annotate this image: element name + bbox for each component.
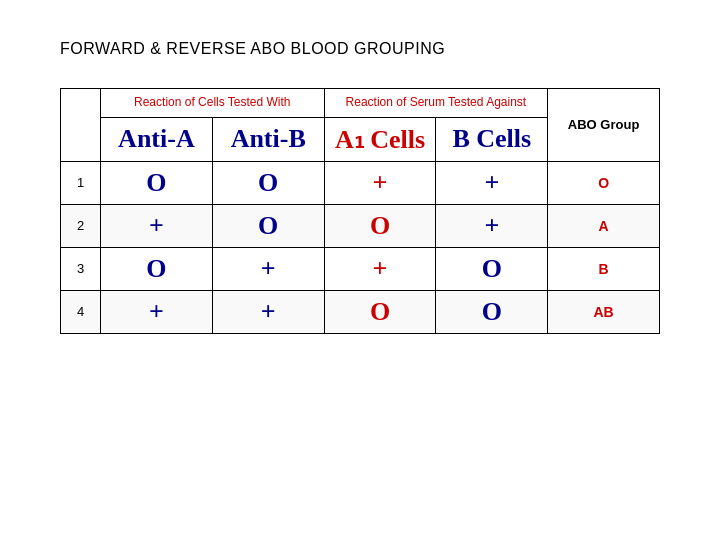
- header-row-1: Reaction of Cells Tested With Reaction o…: [61, 89, 660, 118]
- row-number: 2: [61, 204, 101, 247]
- anti-b-header: Anti-B: [212, 117, 324, 161]
- a1-cells-header: A₁ Cells: [324, 117, 436, 161]
- row-number: 3: [61, 247, 101, 290]
- anti-a-value: O: [101, 161, 213, 204]
- anti-b-value: O: [212, 161, 324, 204]
- table-row: 1OO++O: [61, 161, 660, 204]
- table-row: 4++OOAB: [61, 290, 660, 333]
- empty-corner: [61, 89, 101, 162]
- b-cells-value: O: [436, 247, 548, 290]
- abo-group-value: AB: [548, 290, 660, 333]
- a1-cells-value: +: [324, 247, 436, 290]
- abo-group-value: A: [548, 204, 660, 247]
- table-body: 1OO++O2+OO+A3O++OB4++OOAB: [61, 161, 660, 333]
- b-cells-value: +: [436, 161, 548, 204]
- anti-b-value: +: [212, 290, 324, 333]
- abo-group-value: O: [548, 161, 660, 204]
- row-number: 1: [61, 161, 101, 204]
- main-table-wrapper: Reaction of Cells Tested With Reaction o…: [60, 88, 660, 334]
- anti-a-value: O: [101, 247, 213, 290]
- row-number: 4: [61, 290, 101, 333]
- table-row: 2+OO+A: [61, 204, 660, 247]
- abo-group-header: ABO Group: [548, 89, 660, 162]
- table-row: 3O++OB: [61, 247, 660, 290]
- reaction-cells-header: Reaction of Cells Tested With: [101, 89, 325, 118]
- anti-a-header: Anti-A: [101, 117, 213, 161]
- reaction-serum-header: Reaction of Serum Tested Against: [324, 89, 548, 118]
- grouping-table: Reaction of Cells Tested With Reaction o…: [60, 88, 660, 334]
- a1-cells-value: O: [324, 290, 436, 333]
- a1-cells-value: O: [324, 204, 436, 247]
- abo-group-value: B: [548, 247, 660, 290]
- page-title: FORWARD & REVERSE ABO BLOOD GROUPING: [60, 40, 445, 58]
- b-cells-value: O: [436, 290, 548, 333]
- anti-a-value: +: [101, 204, 213, 247]
- a1-cells-value: +: [324, 161, 436, 204]
- anti-b-value: O: [212, 204, 324, 247]
- anti-b-value: +: [212, 247, 324, 290]
- b-cells-header: B Cells: [436, 117, 548, 161]
- b-cells-value: +: [436, 204, 548, 247]
- anti-a-value: +: [101, 290, 213, 333]
